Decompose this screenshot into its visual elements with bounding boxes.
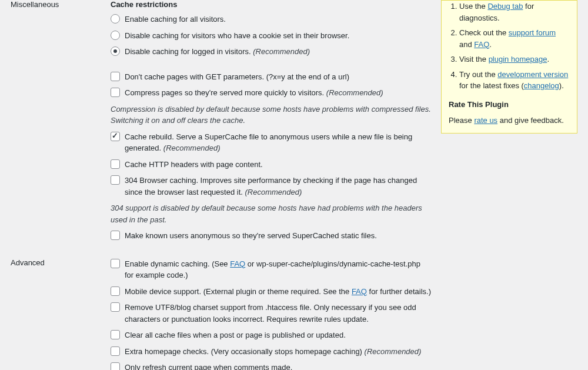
development-version-link[interactable]: development version [497, 70, 568, 79]
sidebar-item-support: Check out the support forum and FAQ. [459, 27, 570, 50]
sidebar-item-debug: Use the Debug tab for diagnostics. [459, 1, 570, 24]
section-advanced: Advanced Enable dynamic caching. (See FA… [0, 258, 438, 371]
checkbox-anonymous-input[interactable] [111, 231, 120, 240]
checkbox-mobile-input[interactable] [111, 286, 120, 296]
checkbox-dynamic-input[interactable] [111, 259, 120, 268]
radio-disable-loggedin-label: Disable caching for logged in visitors. [125, 47, 251, 56]
section-label-misc: Miscellaneous [0, 0, 111, 246]
sidebar-box: Use the Debug tab for diagnostics. Check… [441, 0, 577, 134]
checkbox-get-params-label: Don't cache pages with GET parameters. (… [125, 71, 431, 83]
rate-heading: Rate This Plugin [449, 100, 570, 109]
recommended-text: (Recommended) [253, 47, 310, 56]
recommended-text: (Recommended) [326, 88, 383, 97]
checkbox-mobile[interactable]: Mobile device support. (External plugin … [111, 286, 431, 298]
recommended-text: (Recommended) [365, 347, 422, 356]
checkbox-refresh-label: Only refresh current page when comments … [125, 362, 431, 370]
radio-disable-cookie-label: Disable caching for visitors who have a … [125, 30, 431, 42]
sidebar-item-dev: Try out the development version for the … [459, 69, 570, 92]
radio-enable-all-input[interactable] [111, 14, 120, 24]
radio-disable-cookie-input[interactable] [111, 31, 120, 40]
note-compression: Compression is disabled by default becau… [111, 104, 431, 126]
checkbox-mobile-pre: Mobile device support. (External plugin … [125, 287, 352, 296]
note-304: 304 support is disabled by default becau… [111, 202, 431, 225]
checkbox-rebuild[interactable]: Cache rebuild. Serve a SuperCache file t… [111, 131, 431, 154]
checkbox-clear-input[interactable] [111, 330, 120, 339]
cache-restrictions-heading: Cache restrictions [111, 0, 431, 9]
checkbox-refresh-input[interactable] [111, 362, 120, 370]
checkbox-homepage[interactable]: Extra homepage checks. (Very occasionall… [111, 346, 431, 358]
checkbox-headers-label: Cache HTTP headers with page content. [125, 159, 431, 171]
radio-disable-loggedin[interactable]: Disable caching for logged in visitors. … [111, 46, 431, 58]
checkbox-compress-input[interactable] [111, 88, 120, 97]
support-forum-link[interactable]: support forum [509, 28, 556, 37]
checkbox-anonymous-label: Make known users anonymous so they're se… [125, 230, 431, 242]
recommended-text: (Recommended) [163, 144, 220, 152]
checkbox-clear-label: Clear all cache files when a post or pag… [125, 329, 431, 341]
checkbox-get-params[interactable]: Don't cache pages with GET parameters. (… [111, 71, 431, 83]
section-miscellaneous: Miscellaneous Cache restrictions Enable … [0, 0, 438, 258]
rate-text: Please rate us and give feedback. [449, 115, 570, 126]
sidebar-item-homepage: Visit the plugin homepage. [459, 54, 570, 65]
faq-link[interactable]: FAQ [474, 40, 489, 49]
changelog-link[interactable]: changelog [524, 81, 559, 90]
checkbox-homepage-input[interactable] [111, 346, 120, 356]
checkbox-refresh[interactable]: Only refresh current page when comments … [111, 362, 431, 370]
checkbox-utf8[interactable]: Remove UTF8/blog charset support from .h… [111, 302, 431, 325]
rate-us-link[interactable]: rate us [474, 116, 497, 125]
checkbox-compress-label: Compress pages so they're served more qu… [125, 88, 324, 97]
debug-tab-link[interactable]: Debug tab [487, 2, 523, 11]
faq-link[interactable]: FAQ [352, 287, 367, 296]
checkbox-304-input[interactable] [111, 175, 120, 185]
checkbox-dynamic[interactable]: Enable dynamic caching. (See FAQ or wp-s… [111, 258, 431, 281]
checkbox-dynamic-pre: Enable dynamic caching. (See [125, 259, 230, 268]
checkbox-clear[interactable]: Clear all cache files when a post or pag… [111, 329, 431, 341]
faq-link[interactable]: FAQ [230, 259, 245, 268]
checkbox-homepage-label: Extra homepage checks. (Very occasionall… [125, 347, 362, 356]
sidebar-list: Use the Debug tab for diagnostics. Check… [449, 1, 570, 92]
radio-enable-all[interactable]: Enable caching for all visitors. [111, 14, 431, 25]
checkbox-304[interactable]: 304 Browser caching. Improves site perfo… [111, 175, 431, 198]
recommended-text: (Recommended) [245, 188, 302, 196]
radio-enable-all-label: Enable caching for all visitors. [125, 14, 431, 25]
checkbox-utf8-input[interactable] [111, 302, 120, 312]
checkbox-anonymous[interactable]: Make known users anonymous so they're se… [111, 230, 431, 242]
checkbox-compress[interactable]: Compress pages so they're served more qu… [111, 87, 431, 99]
radio-disable-loggedin-input[interactable] [111, 46, 120, 56]
checkbox-mobile-post: for further details.) [367, 287, 431, 296]
section-label-advanced: Advanced [0, 258, 111, 371]
checkbox-utf8-label: Remove UTF8/blog charset support from .h… [125, 302, 431, 325]
checkbox-headers-input[interactable] [111, 159, 120, 169]
checkbox-get-params-input[interactable] [111, 72, 120, 81]
plugin-homepage-link[interactable]: plugin homepage [489, 55, 547, 64]
radio-disable-cookie[interactable]: Disable caching for visitors who have a … [111, 30, 431, 42]
checkbox-rebuild-input[interactable] [111, 132, 120, 141]
checkbox-headers[interactable]: Cache HTTP headers with page content. [111, 159, 431, 171]
